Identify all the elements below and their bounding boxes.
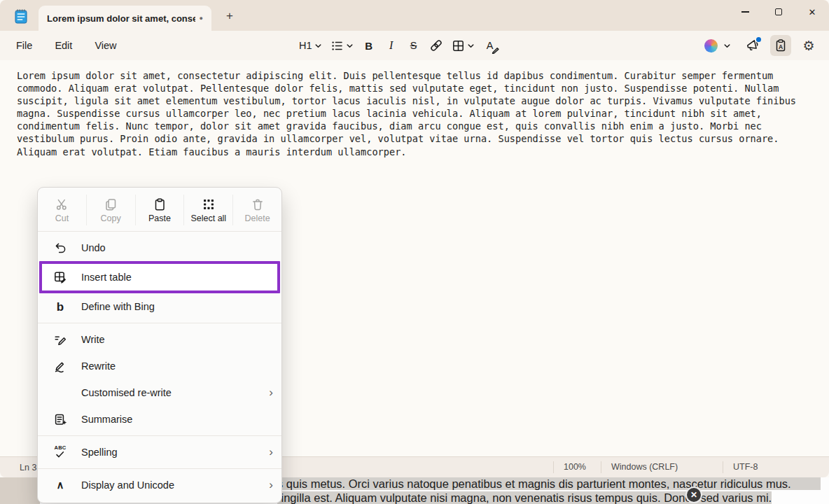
insert-table-label: Insert table [81, 272, 269, 283]
tab-title: Lorem ipsum dolor sit amet, conse [47, 13, 195, 24]
summarise-menu-item[interactable]: Summarise [38, 406, 281, 433]
menu-divider [38, 435, 281, 436]
menu-edit[interactable]: Edit [47, 36, 80, 55]
strikethrough-button[interactable]: S [405, 35, 423, 56]
right-toolbar: A ⚙ [700, 31, 819, 60]
submenu-chevron-icon: › [269, 386, 273, 400]
minimize-icon [741, 11, 749, 12]
summarise-label: Summarise [81, 414, 273, 425]
document-line: Lorem ipsum dolor sit amet, consectetur … [17, 69, 829, 82]
insert-table-icon [53, 270, 67, 284]
document-line: vestibulum purus. Proin odio ante, gravi… [17, 132, 829, 145]
zoom-level[interactable]: 100% [553, 461, 601, 473]
bing-icon: b [53, 300, 67, 314]
document-tab[interactable]: Lorem ipsum dolor sit amet, conse ● [39, 6, 211, 31]
display-and-unicode-menu-item[interactable]: ∧ Display and Unicode › [38, 472, 281, 498]
titlebar: Lorem ipsum dolor sit amet, conse ● + ✕ [0, 0, 829, 31]
menu-divider [38, 323, 281, 323]
quick-actions-row: Cut Copy Paste [38, 192, 281, 228]
display-and-unicode-label: Display and Unicode [81, 479, 255, 491]
window-controls: ✕ [728, 0, 829, 24]
notepad-icon [12, 7, 30, 25]
menu-divider [38, 468, 281, 469]
undo-label: Undo [81, 242, 273, 253]
write-pen-icon [53, 332, 67, 346]
link-icon [429, 38, 443, 52]
background-page-margin [0, 477, 40, 504]
summarise-icon [53, 412, 67, 426]
list-style-button[interactable] [328, 35, 356, 56]
insert-table-button[interactable] [450, 35, 477, 56]
copilot-button[interactable] [700, 36, 735, 55]
close-annotation-button[interactable]: ✕ [685, 486, 702, 503]
document-line: suscipit, ligula sit amet elementum vest… [17, 94, 829, 107]
rewrite-label: Rewrite [81, 360, 273, 372]
chevron-down-icon [314, 42, 322, 50]
maximize-icon [775, 8, 782, 15]
copy-button: Copy [86, 195, 135, 225]
link-button[interactable] [427, 35, 445, 56]
rewrite-pen-icon [53, 359, 67, 373]
formatting-toolbar: H1 B I S [297, 31, 499, 60]
encoding[interactable]: UTF-8 [723, 461, 829, 473]
chevron-down-icon [723, 42, 731, 50]
menu-file[interactable]: File [8, 36, 40, 55]
close-icon: ✕ [809, 7, 816, 18]
unsaved-indicator-dot: ● [200, 15, 203, 22]
bold-button[interactable]: B [360, 35, 378, 56]
submenu-chevron-icon: › [269, 478, 273, 492]
background-text-line: s quis metus. Orci varius natoque penati… [277, 477, 821, 491]
document-line: commodo. Aliquam erat volutpat. Pellente… [17, 82, 829, 94]
clipboard-log-button[interactable]: A [770, 35, 791, 56]
delete-label: Delete [245, 214, 270, 223]
no-icon [53, 386, 67, 400]
caret-icon: ∧ [53, 478, 67, 492]
heading-label: H1 [299, 40, 312, 51]
close-window-button[interactable]: ✕ [795, 0, 829, 24]
insert-table-menu-item[interactable]: Insert table [42, 264, 277, 290]
document-line: Aliquam erat volutpat. Etiam faucibus a … [17, 146, 829, 158]
line-ending[interactable]: Windows (CRLF) [601, 461, 723, 473]
rewrite-with-ai-button[interactable]: A [481, 35, 499, 56]
context-menu: Cut Copy Paste [37, 187, 282, 503]
spelling-menu-item[interactable]: ABC Spelling › [38, 439, 281, 465]
minimize-button[interactable] [728, 0, 762, 24]
trash-icon [251, 197, 265, 211]
chevron-down-icon [467, 42, 475, 50]
new-tab-button[interactable]: + [220, 8, 239, 24]
cut-button: Cut [38, 195, 86, 225]
define-with-bing-menu-item[interactable]: b Define with Bing [38, 293, 281, 320]
statusbar-right: 100% Windows (CRLF) UTF-8 [553, 457, 829, 477]
copilot-icon [704, 39, 718, 52]
cut-label: Cut [55, 214, 69, 223]
screen: s quis metus. Orci varius natoque penati… [0, 0, 829, 504]
spelling-label: Spelling [81, 447, 255, 458]
write-menu-item[interactable]: Write [38, 326, 281, 353]
chevron-down-icon [346, 42, 354, 50]
document-line: condimentum felis. Nunc tempor, dolor si… [17, 120, 829, 132]
delete-button: Delete [232, 195, 281, 225]
menu-view[interactable]: View [87, 36, 124, 55]
heading-style-button[interactable]: H1 [297, 35, 324, 56]
copy-label: Copy [101, 214, 121, 223]
customised-rewrite-menu-item[interactable]: Customised re-write › [38, 379, 281, 406]
write-label: Write [81, 334, 273, 345]
table-icon [452, 39, 465, 52]
settings-button[interactable]: ⚙ [798, 35, 819, 56]
clipboard-letter: A [779, 43, 783, 50]
bold-label: B [365, 40, 372, 52]
insert-table-annotation-box: Insert table [39, 261, 280, 293]
italic-button[interactable]: I [382, 35, 400, 56]
maximize-button[interactable] [762, 0, 795, 24]
bulleted-list-icon [330, 39, 344, 52]
select-all-icon [202, 197, 216, 211]
paste-button[interactable]: Paste [135, 195, 184, 225]
rewrite-menu-item[interactable]: Rewrite [38, 353, 281, 379]
announcements-button[interactable] [742, 35, 763, 56]
select-all-label: Select all [190, 214, 226, 223]
strikethrough-label: S [410, 40, 417, 51]
italic-label: I [389, 39, 393, 52]
select-all-button[interactable]: Select all [183, 195, 232, 225]
undo-menu-item[interactable]: Undo [38, 234, 281, 261]
app-menus: File Edit View [8, 31, 125, 60]
